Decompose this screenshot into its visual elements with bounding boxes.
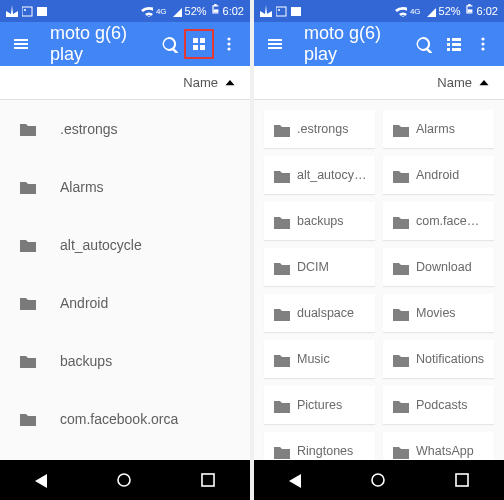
sort-label: Name bbox=[437, 75, 472, 90]
grid-item[interactable]: Alarms bbox=[383, 110, 494, 148]
folder-name: Alarms bbox=[416, 122, 455, 136]
folder-name: Download bbox=[416, 260, 472, 274]
folder-name: alt_autocycle bbox=[297, 168, 367, 182]
view-toggle-grid-icon[interactable] bbox=[184, 29, 214, 59]
recent-apps-icon[interactable] bbox=[453, 471, 471, 489]
more-menu-icon[interactable] bbox=[468, 29, 498, 59]
folder-name: backups bbox=[60, 353, 112, 369]
folder-name: Music bbox=[297, 352, 330, 366]
home-icon[interactable] bbox=[115, 471, 133, 489]
grid-item[interactable]: Music bbox=[264, 340, 375, 378]
cell-signal-icon bbox=[424, 5, 436, 17]
share-icon bbox=[6, 5, 18, 17]
search-icon[interactable] bbox=[154, 29, 184, 59]
home-icon[interactable] bbox=[369, 471, 387, 489]
status-bar: 4G 52% 6:02 bbox=[0, 0, 250, 22]
folder-name: Movies bbox=[416, 306, 456, 320]
chevron-up-icon bbox=[478, 77, 490, 89]
grid-item[interactable]: Movies bbox=[383, 294, 494, 332]
grid-item[interactable]: com.facebook.orca bbox=[383, 202, 494, 240]
folder-name: Android bbox=[60, 295, 108, 311]
folder-name: backups bbox=[297, 214, 344, 228]
grid-item[interactable]: WhatsApp bbox=[383, 432, 494, 460]
android-nav-bar bbox=[0, 460, 250, 500]
hamburger-menu-icon[interactable] bbox=[6, 29, 36, 59]
list-item[interactable]: alt_autocycle bbox=[0, 216, 250, 274]
battery-percent: 52% bbox=[439, 5, 461, 17]
signal-label: 4G bbox=[156, 7, 167, 16]
wifi-icon bbox=[394, 5, 407, 17]
folder-icon bbox=[272, 167, 290, 183]
status-bar: 4G 52% 6:02 bbox=[254, 0, 504, 22]
battery-icon bbox=[464, 4, 474, 18]
folder-name: Podcasts bbox=[416, 398, 467, 412]
calendar-icon bbox=[291, 6, 302, 17]
folder-icon bbox=[18, 236, 38, 254]
grid-item[interactable]: Podcasts bbox=[383, 386, 494, 424]
grid-item[interactable]: DCIM bbox=[264, 248, 375, 286]
grid-item[interactable]: Notifications bbox=[383, 340, 494, 378]
svg-point-7 bbox=[24, 9, 26, 11]
back-icon[interactable] bbox=[287, 472, 303, 488]
calendar-icon bbox=[37, 6, 48, 17]
signal-label: 4G bbox=[410, 7, 421, 16]
folder-icon bbox=[272, 259, 290, 275]
view-toggle-list-icon[interactable] bbox=[438, 29, 468, 59]
folder-icon bbox=[391, 167, 409, 183]
folder-name: Android bbox=[416, 168, 459, 182]
file-grid: .estrongsAlarmsalt_autocycleAndroidbacku… bbox=[254, 100, 504, 460]
list-item[interactable]: backups bbox=[0, 332, 250, 390]
folder-name: WhatsApp bbox=[416, 444, 474, 458]
folder-name: Pictures bbox=[297, 398, 342, 412]
folder-icon bbox=[18, 178, 38, 196]
battery-icon bbox=[210, 4, 220, 18]
svg-rect-11 bbox=[291, 7, 301, 16]
svg-point-10 bbox=[278, 9, 280, 11]
folder-icon bbox=[272, 351, 290, 367]
cell-signal-icon bbox=[170, 5, 182, 17]
folder-icon bbox=[272, 443, 290, 459]
folder-icon bbox=[391, 305, 409, 321]
gallery-icon bbox=[276, 6, 287, 17]
hamburger-menu-icon[interactable] bbox=[260, 29, 290, 59]
folder-icon bbox=[272, 213, 290, 229]
sort-label: Name bbox=[183, 75, 218, 90]
list-item[interactable]: DCIM bbox=[0, 448, 250, 460]
share-icon bbox=[260, 5, 272, 17]
folder-name: .estrongs bbox=[60, 121, 118, 137]
grid-item[interactable]: alt_autocycle bbox=[264, 156, 375, 194]
file-list: .estrongsAlarmsalt_autocycleAndroidbacku… bbox=[0, 100, 250, 460]
folder-icon bbox=[272, 397, 290, 413]
back-icon[interactable] bbox=[33, 472, 49, 488]
app-bar: moto g(6) play bbox=[0, 22, 250, 66]
folder-icon bbox=[391, 397, 409, 413]
folder-name: DCIM bbox=[297, 260, 329, 274]
grid-item[interactable]: Download bbox=[383, 248, 494, 286]
gallery-icon bbox=[22, 6, 33, 17]
grid-item[interactable]: dualspace bbox=[264, 294, 375, 332]
more-menu-icon[interactable] bbox=[214, 29, 244, 59]
grid-item[interactable]: .estrongs bbox=[264, 110, 375, 148]
recent-apps-icon[interactable] bbox=[199, 471, 217, 489]
grid-item[interactable]: Ringtones bbox=[264, 432, 375, 460]
clock-time: 6:02 bbox=[477, 5, 498, 17]
sort-header[interactable]: Name bbox=[254, 66, 504, 100]
folder-name: dualspace bbox=[297, 306, 354, 320]
grid-item[interactable]: backups bbox=[264, 202, 375, 240]
sort-header[interactable]: Name bbox=[0, 66, 250, 100]
folder-name: Alarms bbox=[60, 179, 104, 195]
folder-icon bbox=[272, 305, 290, 321]
grid-item[interactable]: Pictures bbox=[264, 386, 375, 424]
clock-time: 6:02 bbox=[223, 5, 244, 17]
folder-icon bbox=[18, 294, 38, 312]
list-item[interactable]: Android bbox=[0, 274, 250, 332]
grid-item[interactable]: Android bbox=[383, 156, 494, 194]
list-item[interactable]: com.facebook.orca bbox=[0, 390, 250, 448]
folder-icon bbox=[391, 259, 409, 275]
search-icon[interactable] bbox=[408, 29, 438, 59]
svg-rect-9 bbox=[276, 7, 286, 16]
list-item[interactable]: Alarms bbox=[0, 158, 250, 216]
svg-rect-8 bbox=[37, 7, 47, 16]
folder-icon bbox=[18, 120, 38, 138]
list-item[interactable]: .estrongs bbox=[0, 100, 250, 158]
